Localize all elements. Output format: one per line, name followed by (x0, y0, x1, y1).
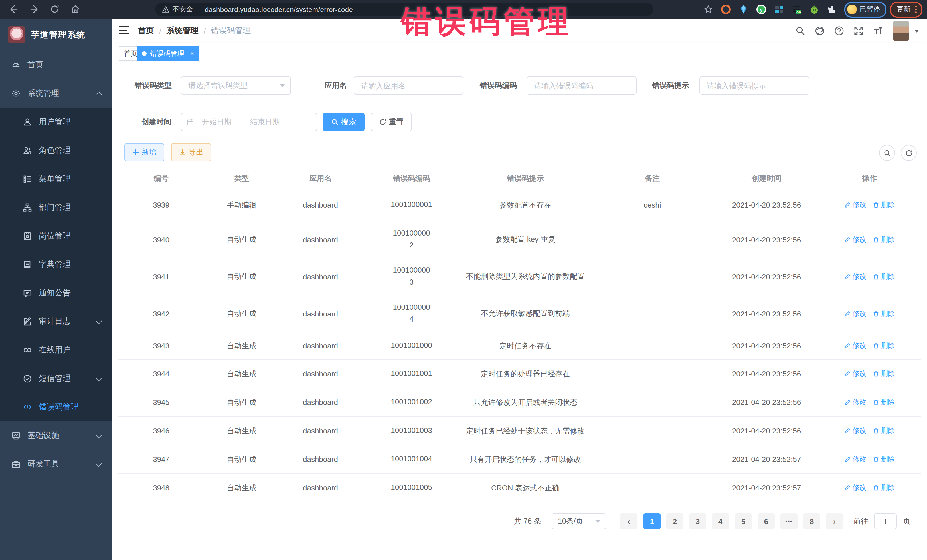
extension-icon-list-on[interactable]: on (792, 5, 801, 14)
page-button-6[interactable]: 6 (758, 513, 775, 529)
page-button-5[interactable]: 5 (735, 513, 752, 529)
sidebar-item-dictionary[interactable]: 字典管理 (0, 250, 112, 279)
bookmark-star-icon[interactable] (704, 5, 713, 14)
delete-link[interactable]: 删除 (873, 341, 895, 351)
hamburger-icon[interactable] (119, 26, 129, 35)
delete-link[interactable]: 删除 (873, 369, 895, 379)
error-hint-input[interactable] (700, 77, 809, 94)
caret-down-icon[interactable] (915, 29, 919, 32)
sidebar-item-roles[interactable]: 角色管理 (0, 136, 112, 165)
delete-link[interactable]: 删除 (873, 272, 895, 281)
cell-msg: CRON 表达式不正确 (461, 473, 590, 502)
reset-button[interactable]: 重置 (371, 113, 412, 131)
next-page-button[interactable]: › (826, 513, 843, 529)
error-code-field-box (527, 76, 637, 95)
date-end-placeholder: 结束日期 (250, 117, 280, 127)
sidebar-item-menus[interactable]: 菜单管理 (0, 165, 112, 193)
edit-link[interactable]: 修改 (845, 272, 866, 281)
sidebar-item-infrastructure[interactable]: 基础设施 (0, 422, 112, 450)
page-button-8[interactable]: 8 (803, 513, 820, 529)
fullscreen-icon[interactable] (853, 26, 864, 36)
browser-menu-icon[interactable] (915, 6, 917, 13)
page-button-4[interactable]: 4 (712, 513, 729, 529)
sidebar-item-system[interactable]: 系统管理 (0, 79, 112, 108)
sidebar-item-departments[interactable]: 部门管理 (0, 193, 112, 222)
prev-page-button[interactable]: ‹ (620, 513, 637, 529)
date-range-picker[interactable]: 开始日期 - 结束日期 (181, 113, 317, 131)
cell-time: 2021-04-20 23:52:56 (715, 332, 818, 360)
refresh-table-button[interactable] (901, 145, 917, 161)
sidebar-item-error-code[interactable]: 错误码管理 (0, 393, 112, 422)
add-button[interactable]: 新增 (125, 143, 164, 161)
sidebar-item-label: 审计日志 (39, 317, 71, 327)
font-size-icon[interactable] (873, 26, 883, 36)
page-button-2[interactable]: 2 (666, 513, 684, 529)
user-avatar[interactable] (894, 21, 909, 41)
url-text[interactable]: dashboard.yudao.iocoder.cn/system/error-… (199, 5, 353, 14)
sidebar-item-sms[interactable]: 短信管理 (0, 364, 112, 393)
goto-page-input[interactable] (874, 513, 897, 529)
cell-time: 2021-04-20 23:52:56 (715, 295, 818, 332)
search-icon[interactable] (795, 26, 805, 36)
edit-link[interactable]: 修改 (845, 454, 866, 464)
sidebar-item-devtools[interactable]: 研发工具 (0, 450, 112, 478)
browser-extensions-area: y on 已暂停 更新 (699, 0, 927, 19)
error-type-select[interactable]: 请选择错误码类型 (181, 76, 291, 95)
browser-profile-chip[interactable]: 已暂停 (844, 2, 886, 17)
extensions-puzzle-icon[interactable] (827, 5, 837, 14)
sidebar-item-users[interactable]: 用户管理 (0, 108, 112, 136)
extension-icon-grid[interactable] (774, 5, 784, 14)
export-button[interactable]: 导出 (171, 143, 211, 161)
help-icon[interactable] (834, 26, 844, 36)
delete-link[interactable]: 删除 (873, 483, 895, 493)
page-button-3[interactable]: 3 (689, 513, 706, 529)
delete-link[interactable]: 删除 (873, 200, 895, 210)
sidebar-item-online-users[interactable]: 在线用户 (0, 336, 112, 364)
brand[interactable]: 芋道管理系统 (0, 19, 112, 51)
browser-forward-icon[interactable] (29, 3, 40, 15)
delete-link[interactable]: 删除 (873, 235, 895, 244)
search-button[interactable]: 搜索 (323, 113, 365, 131)
edit-link[interactable]: 修改 (845, 200, 866, 210)
tag-error-code[interactable]: 错误码管理 × (137, 46, 199, 61)
breadcrumb-system[interactable]: 系统管理 (167, 26, 199, 36)
edit-link[interactable]: 修改 (845, 398, 866, 407)
delete-link[interactable]: 删除 (873, 398, 895, 407)
page-size-select[interactable]: 10条/页 (552, 513, 606, 529)
extension-icon-gem[interactable] (739, 5, 748, 14)
filter-code-label: 错误码编码 (480, 76, 517, 95)
edit-link[interactable]: 修改 (845, 369, 866, 379)
page-button-1[interactable]: 1 (643, 513, 661, 529)
sidebar-item-positions[interactable]: 岗位管理 (0, 222, 112, 250)
edit-link[interactable]: 修改 (845, 235, 866, 244)
page-ellipsis[interactable]: ••• (780, 513, 798, 529)
close-icon[interactable]: × (190, 50, 194, 58)
app-name-field-box (354, 76, 463, 95)
address-bar[interactable]: 不安全 dashboard.yudao.iocoder.cn/system/er… (155, 3, 653, 16)
cell-id: 3942 (118, 295, 204, 332)
github-icon[interactable] (815, 26, 825, 36)
edit-link[interactable]: 修改 (845, 483, 866, 493)
browser-home-icon[interactable] (70, 3, 81, 15)
extension-icon-orange[interactable] (721, 5, 731, 14)
sidebar-item-audit-log[interactable]: 审计日志 (0, 307, 112, 336)
sidebar-item-home[interactable]: 首页 (0, 51, 112, 79)
edit-link[interactable]: 修改 (845, 341, 866, 351)
browser-update-button[interactable]: 更新 (890, 2, 922, 17)
sidebar-item-announcements[interactable]: 通知公告 (0, 279, 112, 307)
browser-reload-icon[interactable] (49, 3, 61, 15)
app-name-input[interactable] (354, 77, 463, 94)
col-id: 编号 (118, 168, 204, 189)
browser-back-icon[interactable] (8, 3, 20, 15)
delete-link[interactable]: 删除 (873, 309, 895, 319)
edit-link[interactable]: 修改 (845, 309, 866, 319)
edit-link[interactable]: 修改 (845, 426, 866, 436)
show-search-toggle-button[interactable] (879, 145, 895, 161)
security-chip[interactable]: 不安全 (155, 5, 199, 14)
error-code-input[interactable] (527, 77, 636, 94)
delete-link[interactable]: 删除 (873, 426, 895, 436)
extension-icon-green-y[interactable]: y (757, 5, 766, 14)
delete-link[interactable]: 删除 (873, 454, 895, 464)
extension-icon-green-creature[interactable] (810, 5, 819, 14)
breadcrumb-home[interactable]: 首页 (138, 26, 154, 36)
